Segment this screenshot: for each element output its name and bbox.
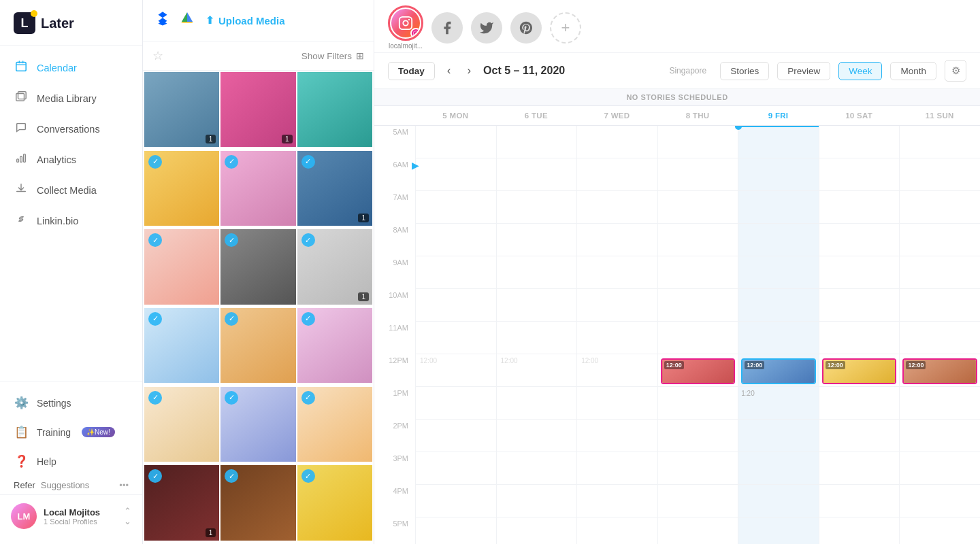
day-cell[interactable] (899, 256, 980, 289)
day-cell[interactable] (576, 191, 657, 224)
day-cell[interactable] (576, 158, 657, 191)
media-thumb[interactable] (297, 72, 372, 147)
day-cell[interactable] (657, 517, 738, 544)
day-cell[interactable] (415, 191, 496, 224)
day-cell[interactable] (657, 289, 738, 322)
day-cell[interactable] (415, 322, 496, 354)
sidebar-item-media-library[interactable]: Media Library (0, 83, 142, 114)
day-cell[interactable] (657, 322, 738, 354)
day-cell[interactable]: 12:00 (899, 354, 980, 387)
day-cell[interactable] (496, 387, 577, 420)
collapse-arrow[interactable]: ▶ (412, 160, 419, 171)
day-cell[interactable] (496, 452, 577, 485)
day-cell[interactable]: 12:00 (576, 354, 657, 387)
media-thumb[interactable]: ✓ (220, 229, 295, 304)
calendar-settings-button[interactable]: ⚙ (945, 60, 966, 82)
day-cell[interactable] (738, 191, 819, 224)
scheduled-post[interactable]: 12:00 (902, 358, 977, 384)
sidebar-item-linkin-bio[interactable]: Linkin.bio (0, 205, 142, 236)
day-cell[interactable] (496, 420, 577, 452)
day-cell[interactable] (899, 289, 980, 322)
day-cell[interactable]: 12:00 (819, 354, 900, 387)
day-cell[interactable] (819, 517, 900, 544)
profile-twitter[interactable] (471, 12, 502, 44)
day-cell[interactable] (738, 517, 819, 544)
account-row[interactable]: LM Local Mojitos 1 Social Profiles ⌃⌄ (0, 494, 142, 537)
star-button[interactable]: ☆ (152, 48, 163, 63)
day-cell[interactable]: 12:00 (415, 354, 496, 387)
day-cell[interactable] (819, 322, 900, 354)
media-thumb[interactable]: 1 (144, 72, 219, 147)
day-cell[interactable] (576, 485, 657, 517)
day-cell[interactable] (496, 517, 577, 544)
day-cell[interactable] (738, 322, 819, 354)
dropbox-icon[interactable] (154, 10, 172, 31)
day-cell[interactable] (657, 158, 738, 191)
sidebar-item-training[interactable]: 📋 Training ✨New! (0, 418, 142, 447)
profile-pinterest[interactable] (510, 12, 542, 44)
google-drive-icon[interactable] (178, 10, 196, 31)
day-cell[interactable] (496, 289, 577, 322)
day-cell[interactable] (738, 289, 819, 322)
media-thumb[interactable]: ✓ (220, 465, 295, 540)
day-cell[interactable]: 12:00 (657, 354, 738, 387)
more-button[interactable]: ••• (119, 480, 129, 490)
profile-facebook[interactable] (431, 12, 463, 44)
day-cell[interactable] (819, 158, 900, 191)
day-cell[interactable] (496, 322, 577, 354)
scheduled-post[interactable]: 12:00 (822, 358, 897, 384)
day-cell[interactable] (657, 126, 738, 158)
day-cell[interactable] (738, 224, 819, 256)
day-cell[interactable] (819, 256, 900, 289)
sidebar-item-help[interactable]: ❓ Help (0, 447, 142, 476)
day-cell[interactable] (576, 289, 657, 322)
day-cell[interactable] (415, 420, 496, 452)
day-cell[interactable] (415, 256, 496, 289)
day-cell[interactable] (576, 126, 657, 158)
day-cell[interactable] (496, 224, 577, 256)
day-cell[interactable] (415, 452, 496, 485)
media-thumb[interactable]: ✓ 1 (144, 465, 219, 540)
day-cell[interactable] (738, 485, 819, 517)
day-cell[interactable] (738, 452, 819, 485)
refer-label[interactable]: Refer (14, 480, 35, 490)
day-cell[interactable] (576, 517, 657, 544)
day-cell[interactable] (899, 420, 980, 452)
day-cell[interactable] (899, 224, 980, 256)
media-thumb[interactable]: ✓ (144, 229, 219, 304)
day-cell[interactable] (819, 420, 900, 452)
day-cell[interactable] (899, 126, 980, 158)
media-thumb[interactable]: ✓ (220, 308, 295, 383)
day-cell[interactable] (657, 420, 738, 452)
day-cell[interactable] (657, 256, 738, 289)
day-cell[interactable] (819, 126, 900, 158)
prev-week-button[interactable]: ‹ (443, 61, 455, 80)
media-thumb[interactable]: ✓ (220, 387, 295, 462)
media-thumb[interactable]: ✓ (297, 387, 372, 462)
day-cell[interactable] (738, 126, 819, 158)
day-cell[interactable] (819, 452, 900, 485)
day-cell[interactable] (576, 256, 657, 289)
day-cell[interactable] (415, 387, 496, 420)
add-profile-button[interactable]: + (550, 12, 581, 44)
day-cell[interactable] (657, 485, 738, 517)
media-thumb[interactable]: ✓ 1 (297, 151, 372, 226)
show-filters-button[interactable]: Show Filters ⊞ (301, 50, 364, 61)
stories-button[interactable]: Stories (720, 62, 769, 80)
media-thumb[interactable]: ✓ 1 (297, 229, 372, 304)
day-cell[interactable] (657, 387, 738, 420)
day-cell[interactable] (819, 387, 900, 420)
media-thumb[interactable]: ✓ (220, 151, 295, 226)
day-cell[interactable] (415, 224, 496, 256)
day-cell[interactable]: 12:00 (496, 354, 577, 387)
media-thumb[interactable]: ✓ (144, 308, 219, 383)
day-cell[interactable] (576, 452, 657, 485)
sidebar-item-analytics[interactable]: Analytics (0, 144, 142, 175)
today-button[interactable]: Today (388, 62, 435, 80)
media-thumb[interactable]: ✓ (144, 151, 219, 226)
day-cell[interactable] (899, 517, 980, 544)
day-cell[interactable] (657, 452, 738, 485)
upload-media-button[interactable]: ⬆ Upload Media (206, 14, 285, 27)
day-cell[interactable] (415, 485, 496, 517)
day-cell[interactable] (576, 322, 657, 354)
